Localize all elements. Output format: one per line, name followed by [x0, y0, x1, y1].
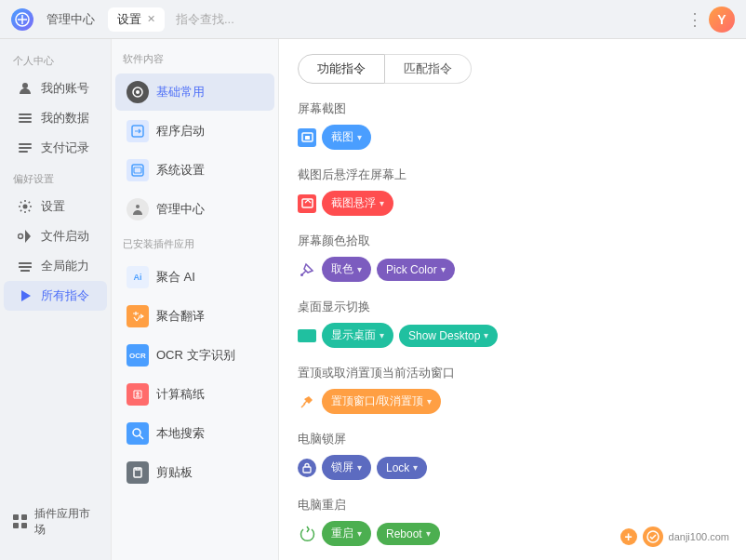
screenshot-btn-icon [298, 128, 316, 147]
screenshot-chevron: ▾ [357, 132, 362, 142]
reboot-icon [298, 525, 316, 543]
more-options-icon[interactable]: ⋮ [686, 9, 703, 30]
desktop-switch-button[interactable]: 显示桌面 ▾ [322, 323, 393, 348]
middle-item-basic[interactable]: 基础常用 [115, 73, 274, 111]
sidebar-market[interactable]: 插件应用市场 [0, 499, 111, 545]
section-reboot-title: 电脑重启 [298, 497, 727, 513]
svg-rect-10 [19, 262, 32, 264]
middle-item-mgmt-label: 管理中心 [156, 201, 205, 218]
svg-point-8 [23, 205, 28, 209]
payment-icon [17, 140, 33, 156]
svg-line-27 [301, 404, 305, 407]
section-color-pick-title: 屏幕颜色拾取 [298, 233, 727, 249]
lock-icon [298, 459, 316, 477]
tab-admin-center[interactable]: 管理中心 [37, 7, 104, 32]
market-icon [13, 514, 27, 529]
svg-rect-12 [20, 270, 30, 272]
titlebar: 管理中心 设置 ✕ 指令查找... ⋮ Y [0, 0, 746, 39]
svg-line-21 [140, 435, 143, 439]
color-pick-chevron: ▾ [357, 264, 362, 274]
sidebar-item-file-launch[interactable]: 文件启动 [4, 221, 107, 251]
translate-icon [127, 305, 149, 327]
svg-rect-6 [19, 147, 32, 149]
section-pin-window-row: 置顶窗口/取消置顶 ▾ [298, 389, 727, 414]
watermark-text: danji100.com [669, 531, 729, 542]
titlebar-actions: ⋮ Y [686, 7, 735, 33]
file-launch-icon [17, 228, 33, 245]
middle-section-software: 软件内容 [112, 52, 278, 73]
reboot-button[interactable]: 重启 ▾ [322, 521, 371, 546]
section-screenshot-row: 截图 ▾ [298, 125, 727, 150]
middle-item-launch-label: 程序启动 [156, 123, 205, 140]
section-desktop-switch-title: 桌面显示切换 [298, 299, 727, 315]
sidebar-item-data-label: 我的数据 [41, 110, 89, 127]
section-lock-screen: 电脑锁屏 锁屏 ▾ Lock ▾ [298, 431, 727, 480]
mgmt-icon [127, 198, 149, 220]
app-logo [11, 8, 33, 31]
svg-point-20 [133, 429, 140, 436]
section-pin-window: 置顶或取消置顶当前活动窗口 置顶窗口/取消置顶 ▾ [298, 365, 727, 414]
lock-screen-button[interactable]: 锁屏 ▾ [322, 455, 371, 480]
calc-icon [127, 383, 149, 406]
middle-item-mgmt[interactable]: 管理中心 [115, 191, 274, 228]
middle-item-sysconfig-label: 系统设置 [156, 162, 205, 179]
middle-item-calc[interactable]: 计算稿纸 [115, 376, 274, 413]
svg-rect-18 [134, 167, 141, 173]
tab-settings[interactable]: 设置 ✕ [108, 7, 165, 32]
svg-point-15 [136, 90, 140, 94]
all-cmds-icon [17, 287, 33, 304]
middle-item-launch[interactable]: 程序启动 [115, 113, 274, 150]
ai-icon: Ai [127, 266, 149, 288]
sidebar-item-payment-label: 支付记录 [41, 140, 89, 156]
section-pin-window-title: 置顶或取消置顶当前活动窗口 [298, 365, 727, 381]
show-desktop-en-button[interactable]: Show Desktop ▾ [399, 325, 498, 347]
reboot-en-button[interactable]: Reboot ▾ [377, 523, 440, 545]
sidebar-section-prefs: 偏好设置 [0, 172, 111, 192]
sidebar-item-account[interactable]: 我的账号 [4, 73, 107, 103]
lock-en-button[interactable]: Lock ▾ [377, 457, 427, 479]
section-color-pick-row: 取色 ▾ Pick Color ▾ [298, 257, 727, 282]
middle-item-search-label: 本地搜索 [156, 425, 205, 442]
svg-marker-13 [21, 290, 31, 301]
middle-item-ai[interactable]: Ai 聚合 AI [115, 259, 274, 296]
middle-item-clip[interactable]: 剪贴板 [115, 454, 274, 491]
middle-item-sysconfig[interactable]: 系统设置 [115, 152, 274, 189]
svg-rect-5 [19, 143, 32, 145]
float-btn-icon [298, 194, 316, 213]
sidebar-item-settings-label: 设置 [41, 198, 65, 215]
middle-item-basic-label: 基础常用 [156, 84, 205, 100]
middle-item-translate-label: 聚合翻译 [156, 308, 205, 325]
watermark: + danji100.com [613, 523, 737, 551]
search-bar[interactable]: 指令查找... [168, 11, 683, 28]
section-desktop-switch: 桌面显示切换 显示桌面 ▾ Show Desktop ▾ [298, 299, 727, 348]
sidebar-item-data[interactable]: 我的数据 [4, 103, 107, 133]
svg-rect-3 [19, 117, 32, 119]
color-pick-button[interactable]: 取色 ▾ [322, 257, 371, 282]
sidebar-item-all-cmds[interactable]: 所有指令 [4, 281, 107, 311]
pin-window-chevron: ▾ [427, 396, 432, 407]
sidebar-item-payment[interactable]: 支付记录 [4, 133, 107, 163]
sidebar-item-global-label: 全局能力 [41, 258, 89, 274]
data-icon [17, 110, 33, 127]
screenshot-float-chevron: ▾ [380, 198, 384, 208]
sidebar-item-global[interactable]: 全局能力 [4, 251, 107, 281]
pick-color-en-button[interactable]: Pick Color ▾ [377, 259, 455, 281]
svg-point-9 [19, 234, 23, 239]
svg-point-1 [22, 83, 28, 88]
sidebar-item-settings[interactable]: 设置 [4, 192, 107, 221]
screenshot-float-button[interactable]: 截图悬浮 ▾ [322, 191, 393, 216]
clip-icon [127, 461, 149, 484]
screenshot-button[interactable]: 截图 ▾ [322, 125, 371, 150]
tab-match-cmd[interactable]: 匹配指令 [385, 54, 472, 84]
tab-close-icon[interactable]: ✕ [147, 13, 155, 25]
tab-func-cmd[interactable]: 功能指令 [298, 54, 385, 84]
middle-item-translate[interactable]: 聚合翻译 [115, 298, 274, 335]
middle-item-ocr[interactable]: OCR OCR 文字识别 [115, 337, 274, 374]
section-color-pick: 屏幕颜色拾取 取色 ▾ Pick Color ▾ [298, 233, 727, 282]
section-lock-screen-row: 锁屏 ▾ Lock ▾ [298, 455, 727, 480]
middle-item-ai-label: 聚合 AI [156, 269, 195, 286]
pin-window-button[interactable]: 置顶窗口/取消置顶 ▾ [322, 389, 441, 414]
middle-item-search[interactable]: 本地搜索 [115, 415, 274, 452]
pick-color-en-chevron: ▾ [441, 264, 446, 274]
svg-rect-7 [19, 151, 28, 153]
